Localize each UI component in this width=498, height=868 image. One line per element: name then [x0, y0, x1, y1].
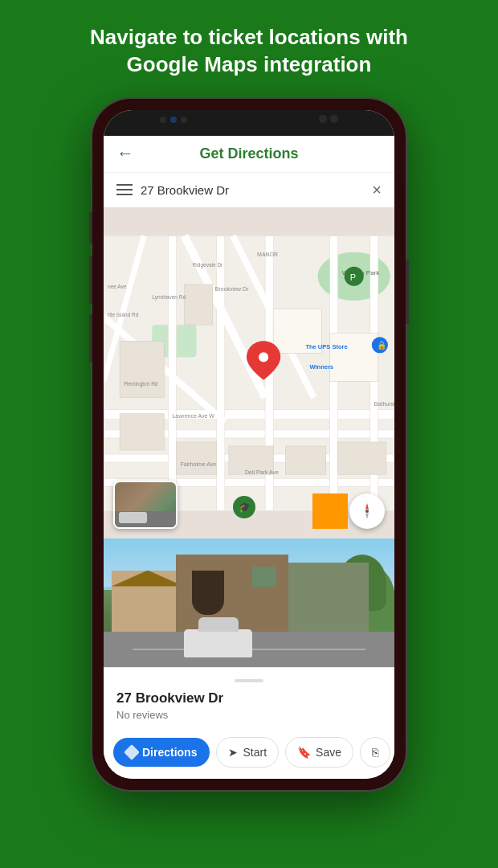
svg-rect-23 — [285, 446, 325, 474]
phone-screen: ← Get Directions 27 Brookview Dr × — [104, 110, 394, 779]
garage-door — [192, 571, 224, 615]
volume-mute-button — [89, 211, 92, 244]
bookmark-icon: 🔖 — [297, 746, 311, 759]
map-view[interactable]: Woburn Park MANOR The UPS Store Winners … — [104, 208, 394, 538]
navigate-icon: ➤ — [228, 746, 238, 759]
svg-rect-16 — [120, 341, 164, 397]
camera-dots — [160, 117, 187, 123]
svg-text:Winners: Winners — [309, 363, 333, 371]
svg-text:MANOR: MANOR — [257, 251, 278, 256]
power-button — [406, 260, 409, 324]
save-label: Save — [316, 746, 341, 759]
badge-icon: 🎓 — [239, 502, 251, 513]
svg-text:Bathurst St: Bathurst St — [374, 400, 394, 406]
directions-diamond-icon — [124, 744, 140, 760]
place-info-card: 27 Brookview Dr No reviews — [104, 667, 394, 729]
svg-text:Lawrence Ave W: Lawrence Ave W — [172, 412, 214, 418]
notch-bar — [104, 110, 394, 136]
directions-button[interactable]: Directions — [113, 738, 210, 767]
svg-text:Ridgevale Dr: Ridgevale Dr — [193, 261, 223, 268]
place-address: 27 Brookview Dr — [116, 690, 382, 706]
svg-rect-19 — [330, 333, 378, 381]
car — [184, 629, 252, 657]
share-icon: ⎘ — [372, 746, 378, 759]
start-button[interactable]: ➤ Start — [216, 737, 279, 768]
front-sensor — [330, 115, 338, 123]
save-button[interactable]: 🔖 Save — [285, 737, 353, 768]
svg-text:nee Ave: nee Ave — [108, 284, 127, 289]
compass-button[interactable] — [349, 493, 385, 529]
orange-badge — [312, 493, 348, 529]
page-title: Get Directions — [199, 145, 298, 162]
svg-rect-17 — [185, 284, 213, 324]
svg-point-44 — [259, 352, 268, 362]
front-camera-lens — [319, 115, 327, 123]
compass-icon — [357, 502, 377, 521]
education-badge: 🎓 — [233, 496, 255, 518]
hamburger-line-2 — [116, 189, 133, 190]
roof-left — [112, 571, 184, 587]
house-right — [288, 563, 369, 635]
search-bar[interactable]: 27 Brookview Dr × — [104, 173, 394, 208]
svg-rect-24 — [338, 442, 386, 474]
svg-text:P: P — [350, 272, 356, 281]
volume-down-button — [89, 314, 92, 362]
svg-text:Lynnhaven Rd: Lynnhaven Rd — [152, 294, 186, 301]
action-buttons-bar: Directions ➤ Start 🔖 Save ⎘ — [104, 729, 394, 779]
front-camera-area — [319, 115, 338, 123]
start-label: Start — [243, 746, 267, 759]
share-button[interactable]: ⎘ — [360, 737, 390, 768]
hamburger-line-3 — [116, 194, 133, 195]
svg-text:The UPS Store: The UPS Store — [305, 343, 347, 350]
headline: Navigate to ticket locations with — [90, 25, 408, 49]
back-button[interactable]: ← — [116, 143, 134, 164]
camera-dot-2 — [170, 117, 177, 123]
svg-point-45 — [365, 510, 369, 513]
camera-dot-3 — [181, 117, 187, 123]
hamburger-line-1 — [116, 184, 133, 186]
svg-text:Brookview Dr: Brookview Dr — [215, 286, 249, 292]
phone-frame: ← Get Directions 27 Brookview Dr × — [92, 99, 406, 790]
drag-handle — [235, 679, 263, 682]
car-top — [198, 617, 239, 632]
svg-text:Fairholme Ave: Fairholme Ave — [181, 461, 217, 467]
directions-label: Directions — [142, 746, 197, 759]
svg-text:🔒: 🔒 — [377, 340, 387, 350]
window — [252, 567, 276, 587]
thumbnail-image — [115, 482, 176, 527]
street-view-photo — [104, 538, 394, 667]
svg-rect-21 — [177, 442, 217, 474]
hamburger-icon[interactable] — [116, 184, 133, 195]
app-header: ← Get Directions — [104, 136, 394, 173]
phone-device: ← Get Directions 27 Brookview Dr × — [92, 99, 406, 790]
close-icon[interactable]: × — [372, 181, 382, 199]
street-view-thumbnail[interactable] — [113, 481, 178, 529]
svg-rect-20 — [120, 413, 164, 449]
headline-line2: Google Maps integration — [127, 52, 372, 76]
svg-rect-8 — [217, 235, 225, 510]
promo-header: Navigate to ticket locations with Google… — [58, 0, 440, 95]
volume-up-button — [89, 256, 92, 304]
camera-dot-1 — [160, 117, 166, 123]
svg-text:rtle Island Rd: rtle Island Rd — [108, 312, 139, 317]
place-reviews: No reviews — [116, 709, 382, 721]
svg-text:Flemington Rd: Flemington Rd — [124, 380, 158, 387]
svg-text:Dell Park Ave: Dell Park Ave — [245, 469, 279, 475]
search-input[interactable]: 27 Brookview Dr — [141, 183, 364, 197]
house-left — [112, 571, 184, 635]
